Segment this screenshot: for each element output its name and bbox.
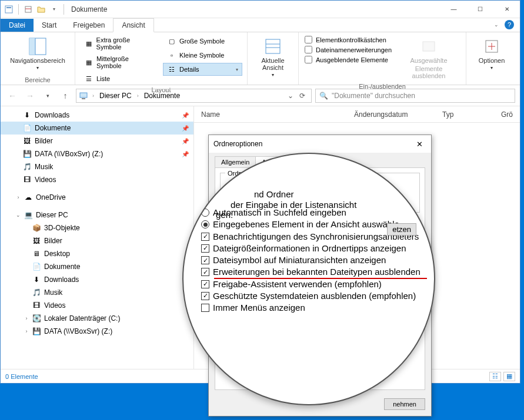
svg-rect-0 (5, 6, 12, 13)
layout-large[interactable]: ▢Große Symbole (163, 35, 242, 48)
tab-view[interactable]: Ansicht (113, 18, 153, 32)
collapse-icon[interactable]: ⌄ (14, 212, 23, 218)
tab-file[interactable]: Datei (1, 19, 34, 32)
tree-documents[interactable]: 📄Dokumente📌 (1, 122, 193, 135)
search-icon: 🔍 (319, 92, 328, 100)
dialog-close-button[interactable]: ✕ (413, 139, 426, 150)
checkbox-item-checkboxes[interactable]: Elementkontrollkästchen (305, 36, 392, 43)
forward-button[interactable]: → (23, 89, 37, 103)
expand-icon[interactable]: › (14, 194, 23, 200)
list-icon: ☰ (84, 74, 94, 83)
address-bar[interactable]: › Dieser PC › Dokumente ⌄⟳ (76, 89, 312, 103)
layout-small[interactable]: ▫Kleine Symbole (163, 49, 242, 62)
check-hide-system-files[interactable]: ✓Geschützte Systemdateien ausblenden (em… (201, 290, 427, 302)
current-view-button[interactable]: Aktuelle Ansicht ▾ (252, 35, 293, 80)
downloads-icon: ⬇ (22, 110, 32, 120)
expand-icon[interactable]: › (22, 328, 31, 334)
back-button[interactable]: ← (5, 89, 19, 103)
qat-dropdown-icon[interactable]: ▾ (49, 5, 59, 14)
checkbox-file-extensions[interactable]: Dateinamenerweiterungen (305, 46, 392, 53)
onedrive-icon: ☁ (23, 193, 34, 202)
dialog-titlebar: Ordneroptionen ✕ (209, 135, 431, 153)
dialog-apply-button[interactable]: nehmen (384, 398, 425, 410)
addr-dropdown-icon[interactable]: ⌄ (288, 92, 293, 100)
videos-icon: 🎞 (31, 301, 42, 310)
tree-pictures[interactable]: 🖼Bilder📌 (1, 135, 193, 147)
layout-medium[interactable]: ▦Mittelgroße Symbole (80, 53, 159, 71)
tree-documents2[interactable]: 📄Dokumente (1, 260, 193, 273)
tree-data[interactable]: 💾DATA (\\VBoxSvr) (Z:)📌 (1, 147, 193, 160)
tree-thispc[interactable]: ⌄💻Dieser PC (1, 209, 193, 221)
navigation-tree: ⬇Downloads📌 📄Dokumente📌 🖼Bilder📌 💾DATA (… (1, 106, 194, 369)
navigation-pane-button[interactable]: Navigationsbereich ▾ (5, 35, 70, 73)
check-sharing-wizard[interactable]: ✓Freigabe-Assistent verwenden (empfohlen… (201, 278, 427, 290)
check-size-info[interactable]: ✓Dateigrößeinformationen in Ordnertipps … (201, 243, 427, 254)
up-button[interactable]: ↑ (58, 89, 72, 103)
tree-music[interactable]: 🎵Musik (1, 160, 193, 173)
svg-rect-10 (423, 42, 435, 51)
address-row: ← → ▾ ↑ › Dieser PC › Dokumente ⌄⟳ 🔍 "Do… (1, 85, 520, 106)
check-always-menus[interactable]: Immer Menüs anzeigen (201, 302, 427, 314)
reset-button-partial[interactable]: etzen (387, 223, 416, 236)
tree-desktop[interactable]: 🖥Desktop (1, 247, 193, 260)
refresh-icon[interactable]: ⟳ (299, 92, 305, 100)
tree-videos2[interactable]: 🎞Videos (1, 299, 193, 312)
sm-icon: ▫ (167, 51, 176, 60)
ribbon-collapse-icon[interactable]: ⌄ (494, 22, 499, 28)
hide-selected-button: Ausgewählte Elemente ausblenden (396, 35, 461, 82)
layout-list[interactable]: ☰Liste (80, 72, 159, 85)
navigation-pane-icon (28, 37, 47, 56)
window-title: Dokumente (69, 5, 107, 14)
svg-rect-12 (80, 93, 87, 98)
help-icon[interactable]: ? (505, 20, 514, 29)
3d-icon: 📦 (31, 223, 42, 233)
expand-icon[interactable]: › (22, 315, 31, 321)
options-button[interactable]: Optionen ▾ (471, 35, 512, 73)
col-type[interactable]: Typ (435, 110, 494, 119)
pc-icon (79, 91, 88, 100)
thumbnails-view-button[interactable]: ▦ (503, 372, 515, 381)
xl-icon: ▦ (84, 39, 94, 48)
qat-folder-icon[interactable] (36, 5, 46, 14)
tree-downloads2[interactable]: ⬇Downloads (1, 273, 193, 286)
history-dropdown[interactable]: ▾ (41, 89, 55, 103)
disk-icon: 💽 (31, 314, 42, 323)
col-name[interactable]: Name (194, 110, 347, 119)
videos-icon: 🎞 (22, 175, 32, 184)
details-view-button[interactable]: ☷ (489, 372, 501, 381)
col-modified[interactable]: Änderungsdatum (347, 110, 435, 119)
layout-details[interactable]: ☷Details▾ (163, 63, 242, 76)
layout-extra-large[interactable]: ▦Extra große Symbole (80, 35, 159, 52)
network-drive-icon: 💾 (22, 149, 32, 159)
tab-share[interactable]: Freigeben (65, 19, 113, 32)
details-icon: ☷ (167, 65, 176, 74)
tree-videos[interactable]: 🎞Videos (1, 173, 193, 186)
check-thumbnail-icons[interactable]: ✓Dateisymbol auf Miniaturansichten anzei… (201, 254, 427, 266)
search-box[interactable]: 🔍 "Dokumente" durchsuchen (315, 89, 515, 103)
tab-home[interactable]: Start (34, 19, 65, 32)
tree-music2[interactable]: 🎵Musik (1, 286, 193, 299)
col-size[interactable]: Grö (494, 110, 520, 119)
maximize-button[interactable]: ☐ (467, 1, 493, 18)
tree-downloads[interactable]: ⬇Downloads📌 (1, 109, 193, 122)
qat-properties-icon[interactable] (24, 5, 33, 14)
checkbox-hidden-items[interactable]: Ausgeblendete Elemente (305, 56, 392, 63)
svg-rect-5 (29, 38, 35, 55)
current-view-icon (263, 37, 282, 56)
item-count: 0 Elemente (5, 373, 38, 380)
crumb-thispc[interactable]: Dieser PC (98, 92, 133, 100)
hide-icon (419, 37, 438, 56)
tree-data2[interactable]: ›💾DATA (\\VBoxSvr) (Z:) (1, 325, 193, 338)
tree-localdisk[interactable]: ›💽Lokaler Datenträger (C:) (1, 312, 193, 325)
tree-onedrive[interactable]: ›☁OneDrive (1, 191, 193, 204)
tree-pictures2[interactable]: 🖼Bilder (1, 234, 193, 247)
minimize-button[interactable]: — (440, 1, 467, 18)
dialog-tab-general[interactable]: Allgemein (215, 156, 256, 168)
tree-3dobjects[interactable]: 📦3D-Objekte (1, 221, 193, 234)
crumb-documents[interactable]: Dokumente (143, 92, 181, 100)
close-button[interactable]: ✕ (493, 1, 520, 18)
music-icon: 🎵 (22, 162, 32, 172)
downloads-icon: ⬇ (31, 275, 42, 284)
ribbon-tabs: Datei Start Freigeben Ansicht ⌄ ? (1, 18, 520, 32)
check-hide-extensions[interactable]: ✓Erweiterungen bei bekannten Dateitypen … (201, 266, 427, 278)
